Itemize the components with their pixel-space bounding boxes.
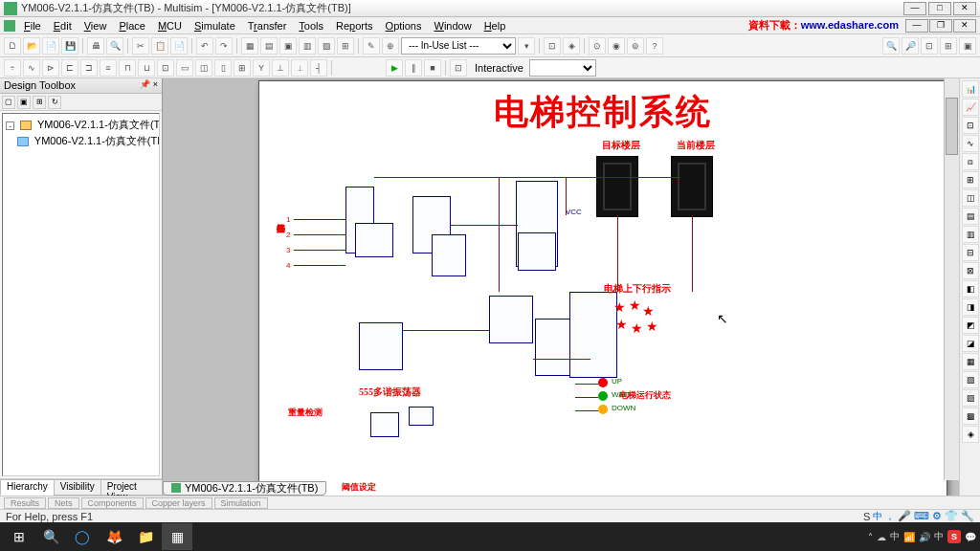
instr-20[interactable]: ◈ (962, 426, 979, 443)
doc-close-button[interactable]: ✕ (953, 19, 976, 33)
copy-button[interactable]: 📋 (151, 37, 168, 55)
menu-window[interactable]: Window (428, 19, 477, 33)
menu-tools[interactable]: Tools (293, 19, 329, 33)
comp-11[interactable]: ◫ (195, 59, 212, 77)
comp-10[interactable]: ▭ (176, 59, 193, 77)
save-button[interactable]: 💾 (61, 37, 78, 55)
menu-simulate[interactable]: Simulate (189, 19, 241, 33)
sim-1[interactable]: ⊡ (450, 59, 467, 77)
zoom-area-button[interactable]: ⊡ (921, 37, 938, 55)
vertical-scrollbar[interactable] (944, 78, 959, 480)
btab-sim[interactable]: Simulation (214, 497, 268, 509)
instr-1[interactable]: 📊 (962, 80, 979, 98)
instr-7[interactable]: ◫ (962, 189, 979, 207)
stop-button[interactable]: ■ (424, 59, 441, 77)
tab-project-view[interactable]: Project View (100, 479, 163, 496)
pause-button[interactable]: ‖ (405, 59, 422, 77)
menu-options[interactable]: Options (380, 19, 428, 33)
tray-onedrive-icon[interactable]: ☁ (877, 532, 886, 542)
menu-mcu[interactable]: MCU (152, 19, 188, 33)
instr-2[interactable]: 📈 (962, 99, 979, 116)
instr-9[interactable]: ▥ (962, 226, 979, 243)
tb-b[interactable]: ▤ (260, 37, 278, 55)
instr-17[interactable]: ▧ (962, 371, 979, 388)
run-button[interactable]: ▶ (386, 59, 403, 77)
schematic-canvas[interactable]: 电梯控制系统 目标楼层 当前楼层 楼层选择 1 2 3 4 (163, 78, 959, 496)
explorer-icon[interactable]: 📁 (130, 523, 161, 550)
menu-help[interactable]: Help (479, 19, 512, 33)
start-button[interactable]: ⊞ (4, 523, 34, 550)
document-tab[interactable]: YM006-V2.1.1-仿真文件(TB) (163, 481, 326, 496)
tb-l[interactable]: ⊙ (589, 37, 606, 55)
help-button[interactable]: ? (646, 37, 663, 55)
tree-root-node[interactable]: - YM006-V2.1.1-仿真文件(TB) (6, 117, 156, 133)
tab-visibility[interactable]: Visibility (54, 479, 101, 496)
minimize-button[interactable]: — (903, 2, 926, 15)
paste-button[interactable]: 📄 (170, 37, 188, 55)
tb-h[interactable]: ⊕ (382, 37, 399, 55)
instr-15[interactable]: ◪ (962, 335, 979, 352)
tb-e[interactable]: ▧ (318, 37, 335, 55)
instr-11[interactable]: ⊠ (962, 262, 979, 279)
menu-place[interactable]: Place (113, 19, 151, 33)
btab-nets[interactable]: Nets (48, 497, 79, 509)
comp-15[interactable]: ⊥ (272, 59, 289, 77)
instr-12[interactable]: ◧ (962, 280, 979, 298)
tb-f[interactable]: ⊞ (337, 37, 354, 55)
comp-4[interactable]: ⊏ (61, 59, 78, 77)
tray-lang[interactable]: 中 ， (873, 510, 895, 523)
tray-set-icon[interactable]: ⚙ (932, 510, 942, 522)
menu-reports[interactable]: Reports (330, 19, 379, 33)
tab-hierarchy[interactable]: Hierarchy (0, 479, 55, 496)
zoom-out-button[interactable]: 🔎 (902, 37, 919, 55)
tree-btn-2[interactable]: ▣ (17, 96, 31, 109)
open-button[interactable]: 📂 (23, 37, 40, 55)
close-button[interactable]: ✕ (953, 2, 976, 15)
tray-lang-icon[interactable]: 中 (890, 530, 900, 543)
instr-6[interactable]: ⊞ (962, 171, 979, 188)
fullscreen-button[interactable]: ▣ (959, 37, 976, 55)
tree-child-node[interactable]: YM006-V2.1.1-仿真文件(TB) (6, 133, 156, 149)
comp-5[interactable]: ⊐ (80, 59, 98, 77)
comp-14[interactable]: Y (253, 59, 270, 77)
design-tree[interactable]: - YM006-V2.1.1-仿真文件(TB) YM006-V2.1.1-仿真文… (2, 113, 160, 476)
tree-btn-1[interactable]: ▢ (2, 96, 15, 109)
toolbox-pin-icon[interactable]: 📌 × (140, 79, 158, 92)
maximize-button[interactable]: □ (928, 2, 951, 15)
comp-2[interactable]: ∿ (23, 59, 40, 77)
multisim-taskbar-icon[interactable]: ▦ (162, 523, 192, 550)
tray-skin-icon[interactable]: 👕 (945, 510, 958, 522)
undo-button[interactable]: ↶ (196, 37, 213, 55)
taskview-button[interactable]: ◯ (67, 523, 98, 550)
tray-mic-icon[interactable]: 🎤 (898, 510, 911, 522)
comp-17[interactable]: ┤ (310, 59, 327, 77)
instr-18[interactable]: ▨ (962, 389, 979, 407)
tb-n[interactable]: ⊚ (627, 37, 644, 55)
instr-3[interactable]: ⊡ (962, 117, 979, 134)
tb-i[interactable]: ▾ (518, 37, 535, 55)
print-button[interactable]: 🖶 (87, 37, 104, 55)
tb-d[interactable]: ▥ (299, 37, 316, 55)
comp-8[interactable]: ⊔ (138, 59, 155, 77)
instr-19[interactable]: ▩ (962, 408, 979, 425)
instr-14[interactable]: ◩ (962, 317, 979, 334)
doc-restore-button[interactable]: ❐ (929, 19, 952, 33)
btab-results[interactable]: Results (4, 497, 46, 509)
comp-7[interactable]: ⊓ (119, 59, 136, 77)
tray-vol-icon[interactable]: 🔊 (919, 532, 930, 542)
tb-a[interactable]: ▦ (241, 37, 258, 55)
comp-13[interactable]: ⊞ (234, 59, 251, 77)
menu-edit[interactable]: Edit (48, 19, 78, 33)
btab-copper[interactable]: Copper layers (145, 497, 212, 509)
tray-notif-icon[interactable]: 💬 (965, 532, 976, 542)
zoom-fit-button[interactable]: ⊞ (940, 37, 957, 55)
firefox-icon[interactable]: 🦊 (99, 523, 129, 550)
tree-btn-4[interactable]: ↻ (48, 96, 61, 109)
sogou-ime-icon[interactable]: S (863, 511, 870, 522)
comp-12[interactable]: ▯ (214, 59, 232, 77)
tray-ime2-icon[interactable]: 中 (934, 530, 944, 543)
inuse-list-select[interactable]: --- In-Use List --- (401, 37, 516, 55)
mode-select[interactable] (529, 59, 596, 77)
tb-g[interactable]: ✎ (363, 37, 380, 55)
expand-icon[interactable]: - (6, 121, 14, 130)
